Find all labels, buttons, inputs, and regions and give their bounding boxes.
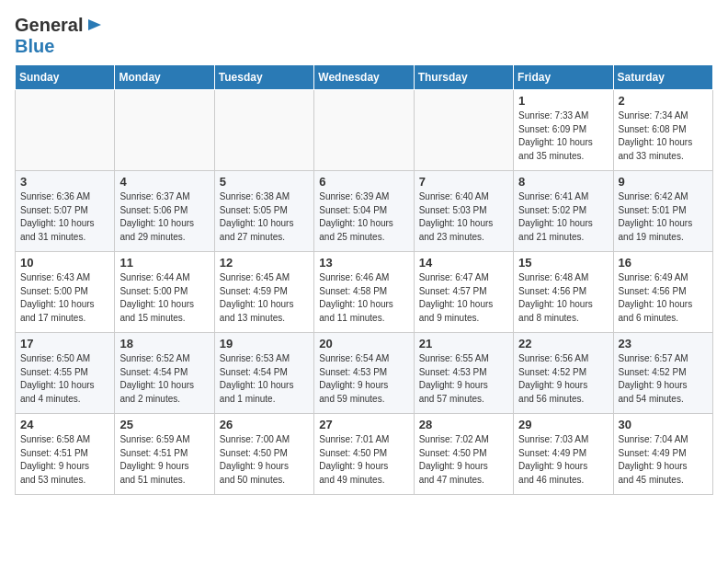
day-number: 7 [419,175,508,189]
day-info: Sunrise: 7:33 AMSunset: 6:09 PMDaylight:… [518,109,608,163]
day-number: 26 [220,418,309,431]
weekday-friday: Friday [514,65,613,90]
calendar-cell: 18Sunrise: 6:52 AMSunset: 4:54 PMDayligh… [115,333,214,414]
logo-flag-icon [85,16,105,36]
day-number: 5 [220,175,309,189]
day-number: 15 [518,256,608,270]
calendar-cell: 29Sunrise: 7:03 AMSunset: 4:49 PMDayligh… [514,414,613,495]
day-info: Sunrise: 7:02 AMSunset: 4:50 PMDaylight:… [419,433,508,487]
calendar-week-4: 17Sunrise: 6:50 AMSunset: 4:55 PMDayligh… [16,333,713,414]
day-info: Sunrise: 6:36 AMSunset: 5:07 PMDaylight:… [20,190,109,244]
day-info: Sunrise: 6:39 AMSunset: 5:04 PMDaylight:… [319,190,408,244]
calendar-cell: 30Sunrise: 7:04 AMSunset: 4:49 PMDayligh… [613,414,712,495]
calendar-cell: 15Sunrise: 6:48 AMSunset: 4:56 PMDayligh… [514,252,613,333]
calendar-cell: 8Sunrise: 6:41 AMSunset: 5:02 PMDaylight… [514,171,613,252]
day-info: Sunrise: 6:47 AMSunset: 4:57 PMDaylight:… [419,271,508,325]
day-number: 18 [119,337,209,350]
calendar-week-1: 1Sunrise: 7:33 AMSunset: 6:09 PMDaylight… [16,90,713,171]
calendar-cell: 26Sunrise: 7:00 AMSunset: 4:50 PMDayligh… [214,414,313,495]
weekday-sunday: Sunday [16,65,115,90]
day-info: Sunrise: 6:54 AMSunset: 4:53 PMDaylight:… [319,352,408,406]
day-info: Sunrise: 7:01 AMSunset: 4:50 PMDaylight:… [319,433,408,487]
day-number: 14 [419,256,508,270]
calendar-cell: 1Sunrise: 7:33 AMSunset: 6:09 PMDaylight… [514,90,613,171]
day-info: Sunrise: 6:38 AMSunset: 5:05 PMDaylight:… [220,190,309,244]
day-info: Sunrise: 6:44 AMSunset: 5:00 PMDaylight:… [119,271,209,325]
day-info: Sunrise: 6:55 AMSunset: 4:53 PMDaylight:… [419,352,508,406]
calendar-cell: 17Sunrise: 6:50 AMSunset: 4:55 PMDayligh… [16,333,115,414]
calendar-cell: 11Sunrise: 6:44 AMSunset: 5:00 PMDayligh… [115,252,214,333]
day-number: 16 [619,256,708,270]
calendar-header: SundayMondayTuesdayWednesdayThursdayFrid… [16,65,713,90]
day-number: 11 [119,256,209,270]
calendar-cell [314,90,414,171]
day-number: 27 [319,418,408,431]
day-number: 30 [619,418,708,431]
day-number: 28 [419,418,508,431]
day-number: 9 [619,175,708,189]
weekday-header-row: SundayMondayTuesdayWednesdayThursdayFrid… [16,65,713,90]
weekday-wednesday: Wednesday [314,65,414,90]
day-info: Sunrise: 6:53 AMSunset: 4:54 PMDaylight:… [220,352,309,406]
calendar-body: 1Sunrise: 7:33 AMSunset: 6:09 PMDaylight… [16,90,713,495]
calendar-cell: 7Sunrise: 6:40 AMSunset: 5:03 PMDaylight… [414,171,513,252]
weekday-saturday: Saturday [613,65,712,90]
day-number: 10 [20,256,109,270]
calendar-cell: 10Sunrise: 6:43 AMSunset: 5:00 PMDayligh… [16,252,115,333]
day-info: Sunrise: 6:41 AMSunset: 5:02 PMDaylight:… [518,190,608,244]
calendar-cell: 14Sunrise: 6:47 AMSunset: 4:57 PMDayligh… [414,252,513,333]
calendar-cell: 24Sunrise: 6:58 AMSunset: 4:51 PMDayligh… [16,414,115,495]
calendar-cell: 23Sunrise: 6:57 AMSunset: 4:52 PMDayligh… [613,333,712,414]
day-info: Sunrise: 6:37 AMSunset: 5:06 PMDaylight:… [119,190,209,244]
calendar-week-5: 24Sunrise: 6:58 AMSunset: 4:51 PMDayligh… [16,414,713,495]
calendar-table: SundayMondayTuesdayWednesdayThursdayFrid… [15,64,713,495]
calendar-cell: 9Sunrise: 6:42 AMSunset: 5:01 PMDaylight… [613,171,712,252]
calendar-cell: 12Sunrise: 6:45 AMSunset: 4:59 PMDayligh… [214,252,313,333]
calendar-cell: 22Sunrise: 6:56 AMSunset: 4:52 PMDayligh… [514,333,613,414]
day-info: Sunrise: 6:46 AMSunset: 4:58 PMDaylight:… [319,271,408,325]
day-info: Sunrise: 6:50 AMSunset: 4:55 PMDaylight:… [20,352,109,406]
logo-general: General [15,15,83,36]
day-info: Sunrise: 7:03 AMSunset: 4:49 PMDaylight:… [518,433,608,487]
calendar-week-2: 3Sunrise: 6:36 AMSunset: 5:07 PMDaylight… [16,171,713,252]
day-info: Sunrise: 6:49 AMSunset: 4:56 PMDaylight:… [619,271,708,325]
day-number: 1 [518,94,608,108]
day-info: Sunrise: 6:58 AMSunset: 4:51 PMDaylight:… [20,433,109,487]
day-info: Sunrise: 6:45 AMSunset: 4:59 PMDaylight:… [220,271,309,325]
weekday-monday: Monday [115,65,214,90]
day-info: Sunrise: 6:42 AMSunset: 5:01 PMDaylight:… [619,190,708,244]
day-info: Sunrise: 6:57 AMSunset: 4:52 PMDaylight:… [619,352,708,406]
logo-blue: Blue [15,36,54,56]
calendar-cell: 4Sunrise: 6:37 AMSunset: 5:06 PMDaylight… [115,171,214,252]
weekday-thursday: Thursday [414,65,513,90]
day-number: 12 [220,256,309,270]
day-number: 3 [20,175,109,189]
day-info: Sunrise: 6:52 AMSunset: 4:54 PMDaylight:… [119,352,209,406]
calendar-cell: 16Sunrise: 6:49 AMSunset: 4:56 PMDayligh… [613,252,712,333]
page-header: General Blue [15,15,713,57]
logo: General Blue [15,15,105,57]
calendar-cell: 19Sunrise: 6:53 AMSunset: 4:54 PMDayligh… [214,333,313,414]
day-number: 17 [20,337,109,350]
day-info: Sunrise: 6:40 AMSunset: 5:03 PMDaylight:… [419,190,508,244]
day-number: 23 [619,337,708,350]
day-info: Sunrise: 6:43 AMSunset: 5:00 PMDaylight:… [20,271,109,325]
day-number: 8 [518,175,608,189]
calendar-cell [214,90,313,171]
svg-marker-0 [88,19,101,30]
day-number: 13 [319,256,408,270]
calendar-cell: 28Sunrise: 7:02 AMSunset: 4:50 PMDayligh… [414,414,513,495]
day-number: 20 [319,337,408,350]
day-number: 24 [20,418,109,431]
day-number: 2 [619,94,708,108]
day-number: 6 [319,175,408,189]
day-info: Sunrise: 7:34 AMSunset: 6:08 PMDaylight:… [619,109,708,163]
calendar-cell: 20Sunrise: 6:54 AMSunset: 4:53 PMDayligh… [314,333,414,414]
day-info: Sunrise: 7:00 AMSunset: 4:50 PMDaylight:… [220,433,309,487]
calendar-cell: 3Sunrise: 6:36 AMSunset: 5:07 PMDaylight… [16,171,115,252]
weekday-tuesday: Tuesday [214,65,313,90]
calendar-cell [16,90,115,171]
day-number: 21 [419,337,508,350]
day-info: Sunrise: 6:48 AMSunset: 4:56 PMDaylight:… [518,271,608,325]
calendar-cell: 25Sunrise: 6:59 AMSunset: 4:51 PMDayligh… [115,414,214,495]
